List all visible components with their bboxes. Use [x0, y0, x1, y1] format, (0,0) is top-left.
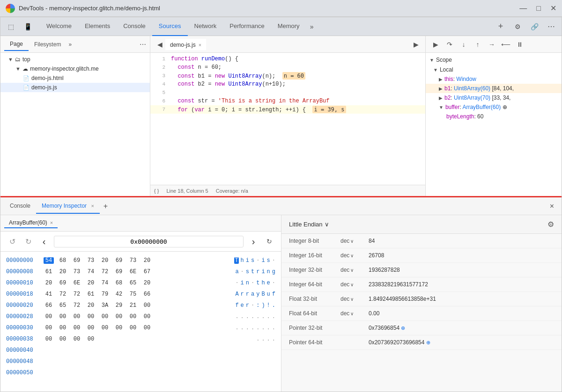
maximize-button[interactable]: □	[536, 4, 541, 13]
pointer32-link-icon[interactable]: ⊕	[401, 325, 405, 331]
hex-byte[interactable]: 20	[142, 257, 152, 264]
step-button[interactable]: →	[486, 38, 498, 51]
tab-welcome[interactable]: Welcome	[40, 17, 78, 36]
more-tabs-button[interactable]: »	[306, 21, 318, 32]
hex-byte[interactable]: 00	[128, 313, 138, 320]
hex-byte[interactable]: 54	[44, 257, 54, 264]
hex-byte[interactable]: 69	[114, 257, 124, 264]
hex-byte[interactable]: 74	[100, 280, 110, 286]
tab-elements[interactable]: Elements	[78, 17, 117, 36]
code-tab-close-icon[interactable]: ×	[199, 42, 201, 48]
hex-byte[interactable]: 00	[86, 313, 96, 320]
scope-b1-item[interactable]: ▶ b1: Uint8Array(60) [84, 104,	[426, 84, 562, 93]
hex-byte[interactable]: 69	[114, 269, 124, 275]
settings-button[interactable]: ⚙	[511, 20, 524, 33]
hex-byte[interactable]: 68	[114, 280, 124, 286]
hex-byte[interactable]: 00	[114, 325, 124, 331]
hex-byte[interactable]: 00	[100, 325, 110, 331]
value-format-float32[interactable]: dec ∨	[340, 296, 369, 302]
hex-byte[interactable]: 00	[58, 313, 68, 320]
hex-byte[interactable]: 20	[86, 280, 96, 286]
hex-byte[interactable]: 3A	[100, 302, 110, 309]
hex-byte[interactable]: 20	[58, 269, 68, 275]
hex-byte[interactable]: 65	[128, 280, 138, 286]
more-options-button[interactable]: ⋯	[545, 20, 558, 33]
hex-byte[interactable]: 73	[86, 257, 96, 264]
remote-devices-button[interactable]: 🔗	[528, 20, 541, 33]
hex-byte[interactable]: 00	[72, 313, 82, 320]
hex-byte[interactable]: 72	[100, 269, 110, 275]
tab-performance[interactable]: Performance	[223, 17, 271, 36]
scope-buffer-item[interactable]: ▼ buffer: ArrayBuffer(60) ⊕	[426, 102, 562, 112]
value-format-int32[interactable]: dec ∨	[340, 267, 369, 273]
deactivate-button[interactable]: ⟵	[500, 38, 512, 51]
bottom-tab-memory-inspector[interactable]: Memory Inspector ×	[36, 199, 100, 214]
hex-byte[interactable]: 00	[86, 336, 96, 342]
hex-byte[interactable]: 72	[72, 291, 82, 298]
hex-byte[interactable]: 79	[100, 291, 110, 298]
hex-byte[interactable]: 00	[58, 325, 68, 331]
hex-byte[interactable]: 69	[58, 280, 68, 286]
memory-redo-button[interactable]: ↻	[22, 235, 34, 247]
hex-byte[interactable]: 00	[44, 336, 54, 342]
memory-refresh-button[interactable]: ↻	[263, 235, 275, 247]
close-button[interactable]: ✕	[550, 4, 556, 13]
hex-byte[interactable]: 69	[72, 257, 82, 264]
scope-b2-item[interactable]: ▶ b2: Uint8Array(70) [33, 34,	[426, 93, 562, 102]
hex-byte[interactable]: 20	[142, 280, 152, 286]
hex-byte[interactable]: 61	[44, 269, 54, 275]
buffer-tab-close[interactable]: ×	[50, 220, 53, 225]
hex-byte[interactable]: 00	[100, 313, 110, 320]
step-out-button[interactable]: ↑	[472, 38, 484, 51]
hex-byte[interactable]: 72	[58, 291, 68, 298]
step-over-button[interactable]: ↷	[444, 38, 456, 51]
hex-byte[interactable]: 00	[142, 313, 152, 320]
add-panel-button[interactable]: +	[100, 200, 111, 212]
hex-byte[interactable]: 6E	[128, 269, 138, 275]
value-format-int64[interactable]: dec ∨	[340, 281, 369, 288]
tree-item-html[interactable]: 📄 demo-js.html	[0, 73, 150, 83]
step-into-button[interactable]: ↓	[458, 38, 470, 51]
hex-byte[interactable]: 73	[72, 269, 82, 275]
endian-selector[interactable]: Little Endian ∨	[289, 221, 329, 228]
hex-byte[interactable]: 21	[128, 302, 138, 309]
pause-exceptions-button[interactable]: ⏸	[514, 38, 526, 51]
tree-item-top[interactable]: ▼ 🗂 top	[0, 55, 150, 64]
hex-byte[interactable]: 66	[44, 302, 54, 309]
close-panel-button[interactable]: ×	[546, 200, 558, 212]
hex-byte[interactable]: 00	[58, 336, 68, 342]
tree-item-js[interactable]: 📄 demo-js.js	[0, 83, 150, 92]
hex-byte[interactable]: 20	[44, 280, 54, 286]
minimize-button[interactable]: —	[519, 4, 527, 13]
hex-byte[interactable]: 41	[44, 291, 54, 298]
resume-button[interactable]: ▶	[429, 38, 442, 51]
page-tab[interactable]: Page	[4, 38, 29, 51]
hex-byte[interactable]: 67	[142, 269, 152, 275]
hex-byte[interactable]: 61	[86, 291, 96, 298]
device-toolbar-button[interactable]: 📱	[21, 20, 34, 33]
hex-byte[interactable]: 00	[86, 325, 96, 331]
hex-byte[interactable]: 68	[58, 257, 68, 264]
hex-byte[interactable]: 00	[142, 325, 152, 331]
memory-tab-close-icon[interactable]: ×	[91, 203, 94, 209]
tab-network[interactable]: Network	[188, 17, 223, 36]
hex-byte[interactable]: 74	[86, 269, 96, 275]
hex-byte[interactable]: 65	[58, 302, 68, 309]
inspect-element-button[interactable]: ⬚	[4, 20, 17, 33]
hex-byte[interactable]: 73	[128, 257, 138, 264]
hex-byte[interactable]: 66	[142, 291, 152, 298]
value-format-int16[interactable]: dec ∨	[340, 252, 369, 259]
bottom-tab-console[interactable]: Console	[4, 199, 36, 214]
memory-address-input[interactable]	[54, 236, 244, 247]
scope-this-item[interactable]: ▶ this: Window	[426, 74, 562, 84]
value-settings-icon[interactable]: ⚙	[547, 220, 554, 229]
hex-byte[interactable]: 75	[128, 291, 138, 298]
memory-next-button[interactable]: ›	[247, 235, 259, 247]
navigate-forward-button[interactable]: ▶	[410, 39, 422, 50]
navigate-back-button[interactable]: ◀	[154, 39, 165, 50]
hex-byte[interactable]: 00	[44, 325, 54, 331]
hex-byte[interactable]: 6E	[72, 280, 82, 286]
hex-byte[interactable]: 20	[100, 257, 110, 264]
code-file-tab[interactable]: demo-js.js ×	[165, 39, 206, 50]
hex-byte[interactable]: 29	[114, 302, 124, 309]
